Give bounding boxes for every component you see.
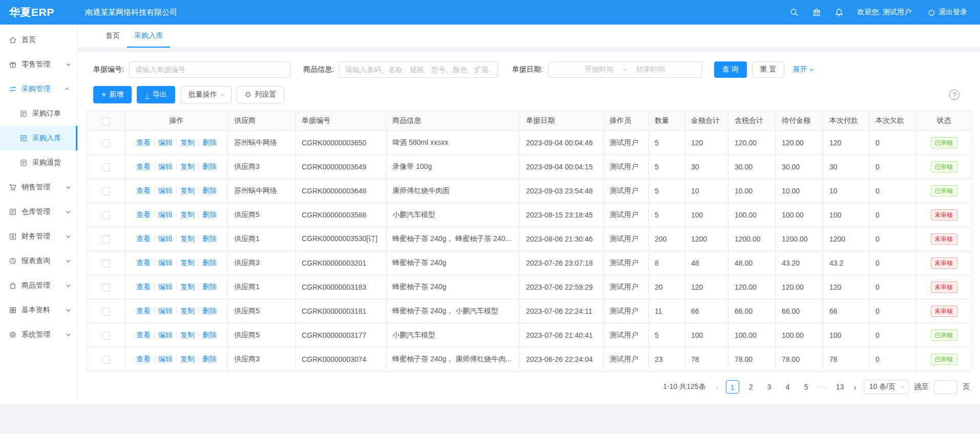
edit-link[interactable]: 编辑 (158, 210, 173, 219)
delete-link[interactable]: 删除 (202, 307, 217, 315)
view-link[interactable]: 查看 (136, 138, 151, 146)
view-link[interactable]: 查看 (136, 283, 151, 291)
copy-link[interactable]: 复制 (180, 234, 195, 243)
view-link[interactable]: 查看 (136, 307, 151, 315)
company-name: 南通某某网络科技有限公司 (85, 8, 177, 17)
search-button[interactable]: 查 询 (714, 61, 747, 78)
edit-link[interactable]: 编辑 (158, 186, 173, 194)
row-checkbox[interactable] (102, 187, 110, 196)
sidebar-item-basic-data[interactable]: 基本资料 (0, 298, 77, 322)
sidebar-item-purchase-order[interactable]: 采购订单 (0, 101, 77, 126)
cell-bill-no: CGRK00000003177 (296, 323, 386, 348)
tab-purchase-inbound[interactable]: 采购入库 (127, 25, 170, 48)
expand-link[interactable]: 展开 (793, 65, 812, 74)
sidebar-item-purchase-inbound[interactable]: 采购入库 (0, 126, 77, 150)
sidebar-item-reports[interactable]: 报表查询 (0, 249, 77, 273)
copy-link[interactable]: 复制 (180, 331, 195, 339)
row-checkbox[interactable] (102, 211, 110, 220)
bill-no-input[interactable] (129, 61, 291, 78)
row-checkbox[interactable] (102, 332, 110, 340)
copy-link[interactable]: 复制 (180, 210, 195, 219)
delete-link[interactable]: 删除 (202, 234, 217, 243)
delete-link[interactable]: 删除 (202, 138, 217, 146)
copy-link[interactable]: 复制 (180, 186, 195, 194)
view-link[interactable]: 查看 (136, 186, 151, 194)
delete-link[interactable]: 删除 (202, 186, 217, 194)
search-icon[interactable] (789, 8, 799, 17)
view-link[interactable]: 查看 (136, 210, 151, 219)
expand-label: 展开 (793, 65, 807, 74)
logout-button[interactable]: 退出登录 (928, 8, 967, 17)
select-all-checkbox[interactable] (102, 117, 110, 125)
prev-page-button[interactable]: ‹ (714, 383, 721, 392)
row-checkbox[interactable] (102, 139, 110, 147)
edit-link[interactable]: 编辑 (158, 307, 173, 315)
sidebar-item-sales[interactable]: 销售管理 (0, 175, 77, 200)
jump-page-input[interactable] (934, 380, 957, 394)
bell-icon[interactable] (835, 8, 844, 17)
app-logo[interactable]: 华夏ERP (0, 5, 78, 19)
row-checkbox[interactable] (102, 163, 110, 171)
delete-link[interactable]: 删除 (202, 162, 217, 170)
sidebar-item-label: 采购入库 (32, 134, 61, 143)
tab-home[interactable]: 首页 (98, 25, 127, 48)
next-page-button[interactable]: › (852, 383, 859, 392)
copy-link[interactable]: 复制 (180, 138, 195, 146)
copy-link[interactable]: 复制 (180, 283, 195, 291)
help-icon[interactable]: ? (949, 90, 960, 100)
sidebar: 首页 零售管理 采购管理 采购订单 采购入库 采购退货 销售管理 (0, 25, 78, 404)
page-size-select[interactable]: 10 条/页 (864, 380, 909, 394)
row-checkbox[interactable] (102, 235, 110, 244)
edit-link[interactable]: 编辑 (158, 355, 173, 363)
copy-link[interactable]: 复制 (180, 355, 195, 363)
edit-link[interactable]: 编辑 (158, 234, 173, 243)
sidebar-item-goods[interactable]: 商品管理 (0, 273, 77, 298)
delete-link[interactable]: 删除 (202, 210, 217, 219)
row-checkbox[interactable] (102, 259, 110, 268)
sidebar-item-warehouse[interactable]: 仓库管理 (0, 200, 77, 224)
delete-link[interactable]: 删除 (202, 283, 217, 291)
sidebar-item-purchase-return[interactable]: 采购退货 (0, 150, 77, 175)
row-checkbox[interactable] (102, 308, 110, 316)
delete-link[interactable]: 删除 (202, 331, 217, 339)
page-number-5[interactable]: 5 (800, 380, 813, 394)
delete-link[interactable]: 删除 (202, 258, 217, 267)
page-number-2[interactable]: 2 (744, 380, 758, 394)
platform-icon[interactable] (812, 8, 821, 17)
export-button[interactable]: ↓导出 (137, 86, 175, 103)
view-link[interactable]: 查看 (136, 331, 151, 339)
pagination-ellipsis[interactable]: ··· (818, 383, 828, 391)
sidebar-item-system[interactable]: 系统管理 (0, 322, 77, 347)
edit-link[interactable]: 编辑 (158, 283, 173, 291)
batch-actions-button[interactable]: 批量操作 (180, 86, 232, 103)
divider (198, 332, 199, 338)
copy-link[interactable]: 复制 (180, 307, 195, 315)
copy-link[interactable]: 复制 (180, 258, 195, 267)
page-number-4[interactable]: 4 (781, 380, 795, 394)
edit-link[interactable]: 编辑 (158, 138, 173, 146)
copy-link[interactable]: 复制 (180, 162, 195, 170)
cell-qty: 5 (649, 179, 685, 203)
view-link[interactable]: 查看 (136, 355, 151, 363)
edit-link[interactable]: 编辑 (158, 258, 173, 267)
view-link[interactable]: 查看 (136, 234, 151, 243)
row-checkbox[interactable] (102, 284, 110, 292)
page-number-1[interactable]: 1 (726, 380, 739, 394)
row-checkbox[interactable] (102, 356, 110, 364)
reset-button[interactable]: 重 置 (752, 61, 785, 78)
edit-link[interactable]: 编辑 (158, 331, 173, 339)
add-button[interactable]: +新增 (93, 86, 132, 103)
page-number-3[interactable]: 3 (763, 380, 776, 394)
date-range-input[interactable]: 开始时间 ~ 结束时间 (548, 61, 702, 78)
sidebar-item-retail[interactable]: 零售管理 (0, 52, 77, 77)
view-link[interactable]: 查看 (136, 258, 151, 267)
edit-link[interactable]: 编辑 (158, 162, 173, 170)
sidebar-item-purchase[interactable]: 采购管理 (0, 77, 77, 101)
product-info-input[interactable] (339, 61, 498, 78)
sidebar-item-finance[interactable]: 财务管理 (0, 224, 77, 249)
page-number-13[interactable]: 13 (833, 380, 847, 394)
delete-link[interactable]: 删除 (202, 355, 217, 363)
sidebar-item-home[interactable]: 首页 (0, 28, 77, 52)
view-link[interactable]: 查看 (136, 162, 151, 170)
column-settings-button[interactable]: 列设置 (237, 86, 284, 103)
